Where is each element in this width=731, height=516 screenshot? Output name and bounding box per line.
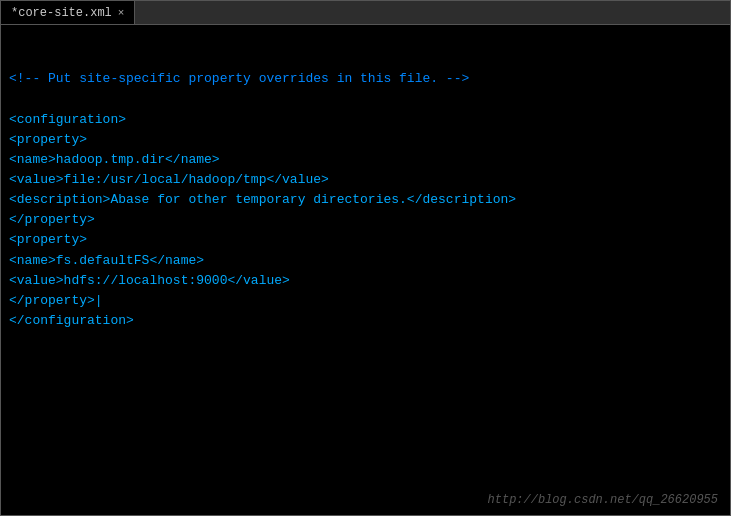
tab-close-button[interactable]: ×	[118, 7, 125, 19]
tab-title: *core-site.xml	[11, 6, 112, 20]
code-content: <!-- Put site-specific property override…	[9, 29, 722, 331]
watermark: http://blog.csdn.net/qq_26620955	[488, 493, 718, 507]
editor-area[interactable]: <!-- Put site-specific property override…	[1, 25, 730, 515]
tab-bar: *core-site.xml ×	[1, 1, 730, 25]
editor-window: *core-site.xml × <!-- Put site-specific …	[0, 0, 731, 516]
tab-core-site[interactable]: *core-site.xml ×	[1, 1, 135, 24]
